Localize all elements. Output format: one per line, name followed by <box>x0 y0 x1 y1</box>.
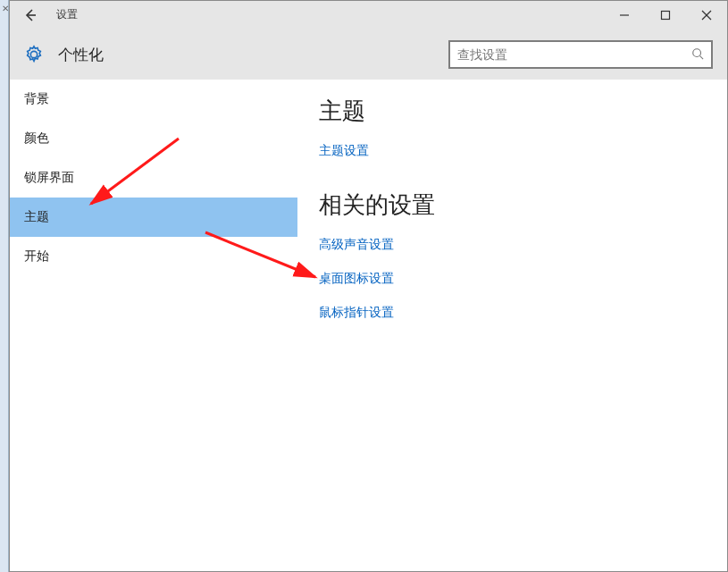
search-box[interactable] <box>448 40 713 69</box>
sidebar-item-label: 开始 <box>24 248 49 265</box>
back-arrow-icon <box>23 8 38 22</box>
sidebar-item-start[interactable]: 开始 <box>10 237 297 276</box>
sidebar-item-themes[interactable]: 主题 <box>10 198 297 237</box>
heading-related: 相关的设置 <box>319 189 706 221</box>
minimize-icon <box>619 10 630 21</box>
maximize-icon <box>660 10 671 21</box>
gear-icon <box>24 45 44 64</box>
desktop-background-slice: ✕ <box>0 0 9 572</box>
close-icon <box>701 10 712 21</box>
window-title: 设置 <box>56 7 78 22</box>
remnant-close-icon: ✕ <box>2 4 9 13</box>
sidebar-item-label: 锁屏界面 <box>24 170 74 186</box>
link-advanced-sound[interactable]: 高级声音设置 <box>319 237 706 253</box>
sidebar-item-colors[interactable]: 颜色 <box>10 119 297 158</box>
sidebar-item-label: 颜色 <box>24 130 49 147</box>
svg-rect-1 <box>662 11 670 19</box>
link-desktop-icons[interactable]: 桌面图标设置 <box>319 271 706 287</box>
sidebar-item-background[interactable]: 背景 <box>10 80 297 119</box>
svg-line-5 <box>700 55 704 59</box>
heading-themes: 主题 <box>319 96 706 127</box>
search-icon <box>691 47 704 63</box>
body: 背景 颜色 锁屏界面 主题 开始 主题 主题设置 相关的设置 高级声音设置 桌面… <box>10 80 727 571</box>
search-input[interactable] <box>457 47 688 62</box>
titlebar: 设置 <box>10 1 727 29</box>
minimize-button[interactable] <box>604 1 645 29</box>
link-mouse-pointer[interactable]: 鼠标指针设置 <box>319 305 706 321</box>
back-button[interactable] <box>10 1 51 29</box>
header: 个性化 <box>10 29 727 80</box>
maximize-button[interactable] <box>645 1 686 29</box>
link-theme-settings[interactable]: 主题设置 <box>319 143 706 159</box>
content: 主题 主题设置 相关的设置 高级声音设置 桌面图标设置 鼠标指针设置 <box>297 80 727 571</box>
close-button[interactable] <box>686 1 727 29</box>
svg-point-4 <box>693 48 701 56</box>
settings-window: 设置 个性化 背景 颜色 锁屏界面 主题 开始 主题 主题设置 相关的设置 <box>9 0 728 572</box>
sidebar-item-lockscreen[interactable]: 锁屏界面 <box>10 158 297 198</box>
sidebar-item-label: 背景 <box>24 91 49 107</box>
page-title: 个性化 <box>58 45 104 65</box>
sidebar: 背景 颜色 锁屏界面 主题 开始 <box>10 80 297 571</box>
sidebar-item-label: 主题 <box>24 209 49 225</box>
